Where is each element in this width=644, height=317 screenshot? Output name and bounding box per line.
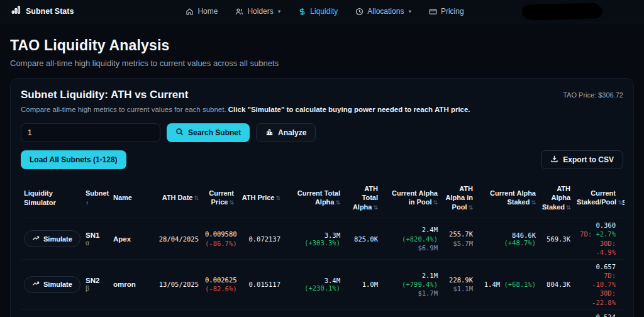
card-description-bold: Click "Simulate" to calculate buying pow…: [228, 106, 470, 113]
current-staked-pool-cell: 0.360 7D: +2.7% 30D: -4.9%: [574, 218, 619, 260]
current-alpha-staked-cell: 846.6K (+48.7%): [476, 218, 539, 260]
table-row: Simulate SN1 α Apex 28/04/2025 0.009580 …: [21, 218, 625, 260]
current-price-cell: 0.002625 (-82.6%): [202, 259, 237, 309]
current-alpha-in-pool-cell: 2.1M (+799.4%) $1.7M: [381, 259, 441, 309]
tao-price-label: TAO Price: $306.72: [563, 91, 623, 99]
sort-asc-icon: ↑: [86, 199, 89, 206]
current-total-alpha-cell: 3.4M (+230.1%): [284, 259, 343, 309]
nav-item-label: Liquidity: [310, 7, 338, 16]
trending-up-icon: [32, 235, 40, 243]
subnet-search-input[interactable]: [21, 123, 160, 142]
main-content: TAO Liquidity Analysis Compare all-time …: [0, 23, 644, 317]
redaction-scribble: [523, 3, 601, 19]
card-description: Compare all-time high metrics to current…: [21, 106, 623, 113]
sort-icon: ⇅: [373, 204, 378, 211]
nav-item-allocations[interactable]: Allocations▾: [355, 7, 411, 16]
nav-items: HomeHolders▾LiquidityAllocations▾Pricing: [186, 7, 464, 16]
ath-alpha-staked: 569.3K: [547, 235, 570, 243]
column-header[interactable]: Current Price⇅: [202, 179, 237, 218]
chevron-down-icon: ▾: [408, 8, 411, 14]
nav-item-holders[interactable]: Holders▾: [235, 7, 280, 16]
sort-icon: ⇅: [468, 204, 473, 211]
sort-icon: ⇅: [275, 195, 280, 201]
simulate-button[interactable]: Simulate: [24, 230, 80, 247]
current-alpha-staked-cell: 1.1M (+102.0%): [476, 309, 539, 317]
nav-item-label: Holders: [247, 7, 273, 16]
current-alpha-in-pool-cell: 2.4M (+820.4%) $6.9M: [381, 218, 441, 260]
nav-item-label: Home: [197, 7, 218, 16]
top-nav: Subnet Stats HomeHolders▾LiquidityAlloca…: [0, 0, 644, 23]
page-subtitle: Compare all-time high liquidity metrics …: [10, 58, 634, 68]
nav-item-label: Allocations: [367, 7, 404, 16]
nav-item-label: Pricing: [441, 7, 464, 16]
current-alpha-staked-cell: 1.4M (+68.1%): [476, 259, 539, 309]
ath-total-alpha: 1.0M: [362, 281, 378, 288]
column-header[interactable]: Current Alpha in Pool⇅: [381, 179, 441, 218]
table-row: Simulate SN2 β omron 13/05/2025 0.002625…: [21, 259, 625, 309]
column-header[interactable]: Current Alpha Staked⇅: [476, 179, 539, 218]
bar-chart-logo-icon: [11, 6, 21, 18]
brand[interactable]: Subnet Stats: [11, 6, 74, 18]
page-title: TAO Liquidity Analysis: [10, 37, 634, 54]
current-staked-pool-cell: 0.657 7D: -10.7% 30D: -22.8%: [574, 259, 619, 309]
ath-alpha-staked: 804.3K: [547, 281, 570, 288]
subnet-table-wrap: Liquidity SimulatorSubnet↑NameATH Date⇅C…: [21, 179, 625, 317]
chevron-down-icon: ▾: [278, 8, 281, 14]
subnet-greek-letter: β: [86, 285, 107, 292]
current-alpha-in-pool-cell: 2.2M (+1257.9%) $16.7M: [381, 309, 441, 317]
brand-label: Subnet Stats: [26, 7, 74, 16]
nav-item-home[interactable]: Home: [186, 7, 218, 16]
column-header[interactable]: ATH Total Alpha⇅: [343, 179, 381, 218]
column-header[interactable]: Current Staked/Pool⇅: [574, 179, 619, 218]
simulate-button[interactable]: Simulate: [24, 276, 80, 293]
current-total-alpha-cell: 3.3M (+303.3%): [284, 218, 343, 260]
sort-icon: ⇅: [194, 195, 199, 201]
column-header: Name: [110, 179, 148, 218]
sort-icon: ⇅: [229, 199, 234, 206]
current-price-cell: 0.009580 (-86.7%): [202, 218, 237, 260]
subnet-code: SN1: [86, 231, 107, 239]
ath-alpha-in-pool-cell: 158.9K $6.7M: [441, 309, 476, 317]
subnet-greek-letter: α: [86, 240, 107, 247]
ath-alpha-in-pool-cell: 228.9K $1.1M: [441, 259, 476, 309]
ath-price: 0.072137: [248, 235, 280, 243]
subnet-table: Liquidity SimulatorSubnet↑NameATH Date⇅C…: [21, 179, 625, 317]
subnet-name: omron: [113, 281, 136, 288]
column-header[interactable]: ATH Price⇅: [237, 179, 284, 218]
table-header-row: Liquidity SimulatorSubnet↑NameATH Date⇅C…: [21, 179, 625, 218]
ath-alpha-in-pool-cell: 255.7K $5.7M: [441, 218, 476, 260]
liquidity-card: Subnet Liquidity: ATH vs Current TAO Pri…: [10, 78, 634, 317]
table-row: Simulate SN3 γ Templar 14/04/2025 0.0252…: [21, 309, 625, 317]
sort-icon: ⇅: [433, 199, 438, 206]
column-header[interactable]: ATH Date⇅: [148, 179, 202, 218]
column-header[interactable]: ATH Alpha in Pool⇅: [441, 179, 476, 218]
home-icon: [186, 8, 194, 16]
subnet-code: SN2: [86, 277, 107, 284]
column-header[interactable]: Current Total Alpha⇅: [284, 179, 343, 218]
nav-item-pricing[interactable]: Pricing: [429, 7, 464, 16]
card-title: Subnet Liquidity: ATH vs Current: [21, 89, 188, 101]
table-body: Simulate SN1 α Apex 28/04/2025 0.009580 …: [21, 218, 625, 317]
current-total-alpha-cell: 3.5M (+389.0%): [284, 309, 343, 317]
users-icon: [235, 8, 243, 16]
sort-icon: ⇅: [335, 199, 340, 206]
column-header[interactable]: ATH Alpha Staked⇅: [539, 179, 574, 218]
download-icon: [550, 155, 558, 165]
ath-date: 28/04/2025: [159, 235, 199, 243]
load-all-subnets-button[interactable]: Load All Subnets (1-128): [21, 150, 126, 169]
sort-icon: ⇅: [566, 204, 571, 211]
search-subnet-button[interactable]: Search Subnet: [167, 123, 250, 142]
clock-icon: [355, 8, 364, 16]
analyze-button[interactable]: Analyze: [256, 123, 316, 142]
subnet-name: Apex: [113, 235, 131, 243]
dollar-icon: [298, 8, 306, 16]
ath-price: 0.015117: [248, 281, 280, 288]
column-header[interactable]: Subnet↑: [82, 179, 110, 218]
ath-date: 13/05/2025: [159, 281, 199, 288]
ath-total-alpha: 825.0K: [354, 235, 378, 243]
search-icon: [175, 128, 184, 138]
export-csv-button[interactable]: Export to CSV: [541, 150, 623, 169]
current-price-cell: 0.025279 (-81.6%): [202, 309, 237, 317]
current-staked-pool-cell: 0.524 7D: +0.6% 30D: -16.1%: [574, 309, 619, 317]
nav-item-liquidity[interactable]: Liquidity: [298, 7, 338, 16]
